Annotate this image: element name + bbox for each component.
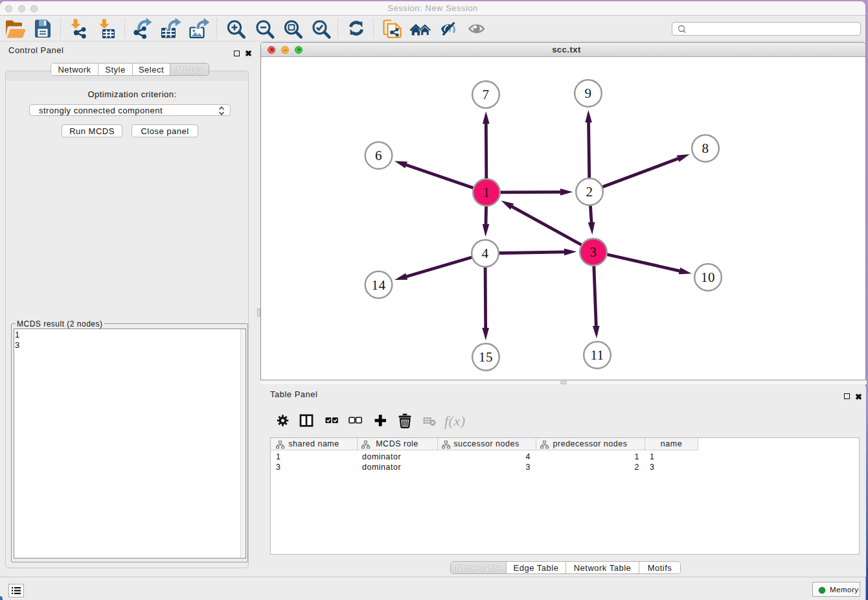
svg-text:4: 4 <box>482 246 489 261</box>
svg-text:9: 9 <box>585 86 592 101</box>
svg-text:3: 3 <box>590 244 597 260</box>
svg-text:15: 15 <box>479 349 493 365</box>
svg-text:10: 10 <box>701 270 715 285</box>
svg-text:11: 11 <box>590 347 604 363</box>
svg-text:6: 6 <box>375 148 382 163</box>
svg-text:8: 8 <box>702 141 709 156</box>
svg-text:2: 2 <box>586 184 593 200</box>
svg-text:1: 1 <box>483 185 490 200</box>
svg-text:f(x): f(x) <box>444 413 466 429</box>
svg-text:14: 14 <box>372 277 386 293</box>
svg-text:7: 7 <box>483 87 490 102</box>
